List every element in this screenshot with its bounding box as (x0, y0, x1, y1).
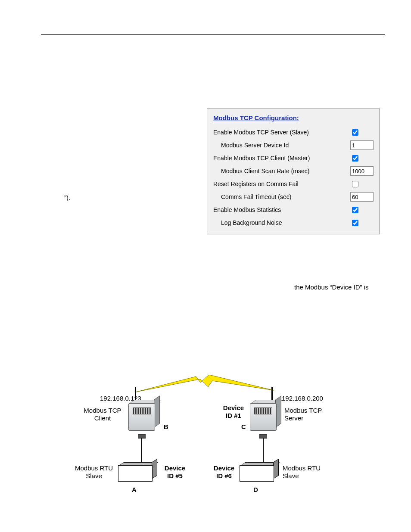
radio-link-icon (136, 375, 274, 395)
label-client-scan-rate: Modbus Client Scan Rate (msec) (213, 168, 350, 174)
wire-right (263, 438, 264, 464)
row-reset-on-fail: Reset Registers on Comms Fail (213, 177, 374, 190)
input-server-device-id[interactable] (350, 140, 374, 150)
row-enable-tcp-client: Enable Modbus TCP Client (Master) (213, 152, 374, 165)
label-left-role-l1: Modbus TCP (84, 407, 121, 414)
label-right-role-l2: Server (284, 414, 303, 422)
label-slave-left: Modbus RTU Slave (72, 464, 115, 480)
text-device-id-fragment: the Modbus “Device ID” is (294, 283, 369, 292)
config-title: Modbus TCP Configuration: (213, 114, 380, 121)
input-fail-timeout[interactable] (350, 192, 374, 202)
row-enable-tcp-server: Enable Modbus TCP Server (Slave) (213, 126, 374, 139)
checkbox-enable-stats[interactable] (352, 207, 358, 213)
label-A: A (132, 486, 137, 494)
label-enable-stats: Enable Modbus Statistics (213, 206, 350, 213)
input-client-scan-rate[interactable] (350, 166, 374, 176)
label-left-role-l2: Client (94, 414, 111, 422)
row-enable-stats: Enable Modbus Statistics (213, 203, 374, 216)
modbus-tcp-config-panel: Modbus TCP Configuration: Enable Modbus … (207, 109, 380, 234)
row-client-scan-rate: Modbus Client Scan Rate (msec) (213, 165, 374, 177)
label-enable-tcp-client: Enable Modbus TCP Client (Master) (213, 155, 350, 162)
label-B: B (164, 423, 168, 431)
label-enable-tcp-server: Enable Modbus TCP Server (Slave) (213, 129, 350, 136)
svg-marker-0 (136, 375, 274, 392)
label-slave-right-l2: Slave (283, 472, 299, 479)
label-fail-timeout: Comms Fail Timeout (sec) (213, 193, 350, 200)
label-center-id-l1: Device (223, 404, 244, 411)
device-c (250, 403, 281, 435)
text-quote-close: ”). (64, 193, 70, 202)
label-dev6: Device ID #6 (211, 464, 237, 480)
label-dev6-l2: ID #6 (216, 472, 232, 479)
label-dev5-l1: Device (165, 464, 185, 472)
label-right-ip: 192.168.0.200 (282, 395, 323, 402)
label-center-id-l2: ID #1 (226, 412, 241, 419)
device-b (128, 403, 159, 435)
label-slave-left-l1: Modbus RTU (75, 464, 113, 472)
network-diagram: 192.168.0.123 192.168.0.200 Modbus TCP C… (78, 375, 336, 513)
label-C: C (241, 423, 246, 431)
wire-left (141, 438, 142, 464)
row-server-device-id: Modbus Server Device Id (213, 139, 374, 152)
label-slave-right: Modbus RTU Slave (283, 464, 326, 480)
label-right-role: Modbus TCP Server (284, 407, 327, 422)
checkbox-enable-tcp-client[interactable] (352, 155, 358, 162)
slave-a (118, 465, 157, 485)
label-dev5: Device ID #5 (162, 464, 188, 480)
row-fail-timeout: Comms Fail Timeout (sec) (213, 190, 374, 203)
checkbox-enable-tcp-server[interactable] (352, 129, 358, 136)
label-dev6-l1: Device (214, 464, 234, 472)
checkbox-reset-on-fail[interactable] (352, 181, 358, 187)
label-slave-left-l2: Slave (86, 472, 102, 479)
header-rule (41, 34, 385, 35)
label-center-device-id: Device ID #1 (221, 404, 246, 420)
label-slave-right-l1: Modbus RTU (283, 464, 321, 472)
label-right-role-l1: Modbus TCP (284, 407, 322, 414)
row-log-noise: Log Background Noise (213, 216, 374, 229)
label-dev5-l2: ID #5 (167, 472, 183, 479)
label-server-device-id: Modbus Server Device Id (213, 142, 350, 149)
label-D: D (253, 486, 258, 494)
slave-d (240, 465, 278, 485)
label-reset-on-fail: Reset Registers on Comms Fail (213, 180, 350, 187)
label-log-noise: Log Background Noise (213, 219, 350, 226)
label-left-role: Modbus TCP Client (81, 407, 124, 422)
checkbox-log-noise[interactable] (352, 220, 358, 226)
